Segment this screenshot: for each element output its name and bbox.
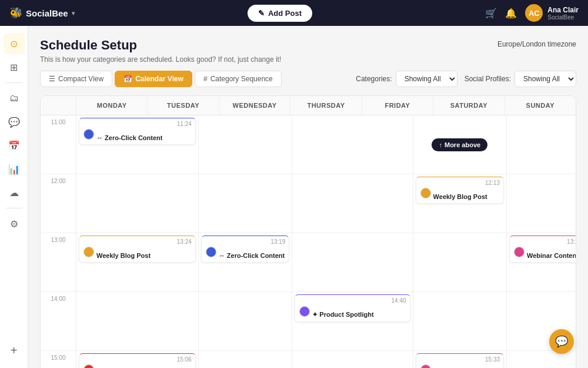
toolbar: ☰ Compact View 📅 Calendar View # Categor… [40, 71, 576, 87]
brand-name: SocialBee [26, 8, 68, 18]
event-avatar [299, 306, 310, 317]
settings-icon: ⚙ [10, 218, 18, 230]
tab-compact-view[interactable]: ☰ Compact View [40, 71, 112, 87]
event-monday-blog-1300[interactable]: 13:24 Weekly Blog Post [79, 236, 196, 263]
more-above-label: More above [445, 141, 480, 148]
col-tuesday: 13:19 ↔ Zero-Click Content 15:40 [198, 115, 292, 368]
event-time: 12:13 [485, 180, 500, 186]
monday-1200 [76, 174, 198, 233]
event-monday-zero-click-1100[interactable]: 11:24 ↔ Zero-Click Content [79, 118, 196, 145]
tuesday-1300: 13:19 ↔ Zero-Click Content [199, 233, 292, 292]
add-post-button-container: ✎ Add Post [248, 5, 312, 22]
event-time: 13:19 [270, 238, 285, 245]
page-header: Schedule Setup This is how your categori… [40, 38, 576, 64]
more-above-button[interactable]: ↑ More above [432, 138, 487, 151]
col-wednesday: 14:40 ✦ Product Spotlight 16:07 ↑ Busine… [292, 115, 412, 368]
event-monday-small-biz-1500[interactable]: 15:06 ↑ Small business social medi... [79, 353, 196, 368]
event-wednesday-spotlight-1400[interactable]: 14:40 ✦ Product Spotlight [295, 294, 410, 322]
event-time: 11:24 [177, 121, 192, 127]
header-friday: FRIDAY [362, 96, 433, 115]
chat-button[interactable]: 💬 [549, 329, 574, 354]
add-post-button[interactable]: ✎ Add Post [248, 5, 312, 22]
header-sunday: SUNDAY [505, 96, 576, 115]
user-menu[interactable]: AC Ana Clair SocialBee [525, 4, 579, 22]
calendar-icon: 📅 [8, 140, 20, 151]
page-title: Schedule Setup [40, 38, 281, 53]
chat-icon: 💬 [8, 117, 20, 128]
thursday-1500: 15:33 Webinar Content [413, 351, 506, 368]
wednesday-1200 [292, 174, 412, 233]
wednesday-1400: 14:40 ✦ Product Spotlight [292, 292, 412, 351]
folder-icon: 🗂 [9, 93, 19, 104]
thursday-1300 [413, 233, 506, 292]
user-initials: AC [529, 9, 540, 18]
event-tuesday-zero-click-1300[interactable]: 13:19 ↔ Zero-Click Content [201, 236, 289, 263]
user-sub: SocialBee [547, 14, 579, 21]
grid-icon: ⊞ [10, 62, 18, 73]
sidebar-item-cloud[interactable]: ☁ [4, 182, 25, 203]
event-time: 13:27 [567, 238, 576, 245]
monday-1100: 11:24 ↔ Zero-Click Content [76, 115, 198, 174]
thursday-1400 [413, 292, 506, 351]
home-icon: ⊙ [10, 38, 18, 49]
sidebar-item-grid[interactable]: ⊞ [4, 57, 25, 78]
header-saturday: SATURDAY [433, 96, 504, 115]
categories-filter: Categories: Showing All [356, 71, 457, 87]
event-avatar [514, 247, 524, 257]
add-post-label: Add Post [268, 9, 302, 18]
event-title: Webinar Content [527, 252, 576, 259]
tab-calendar-view[interactable]: 📅 Calendar View [115, 71, 192, 87]
compact-view-icon: ☰ [49, 75, 55, 83]
event-title: ↔ Zero-Click Content [96, 134, 162, 141]
event-title: ✦ Product Spotlight [312, 311, 373, 319]
bell-icon[interactable]: 🔔 [505, 8, 517, 19]
profiles-filter: Social Profiles: Showing All [465, 71, 576, 87]
time-1400: 14:00 [41, 292, 76, 351]
tuesday-1200 [199, 174, 292, 233]
event-title: ↔ Zero-Click Content [219, 252, 285, 259]
nav-right: 🛒 🔔 AC Ana Clair SocialBee [485, 4, 579, 22]
header-monday: MONDAY [76, 96, 147, 115]
time-header [41, 96, 76, 115]
calendar-header: MONDAY TUESDAY WEDNESDAY THURSDAY FRIDAY… [41, 96, 576, 115]
wednesday-1100 [292, 115, 412, 174]
sidebar-divider-1 [6, 82, 22, 83]
profiles-label: Social Profiles: [465, 75, 511, 83]
cart-icon[interactable]: 🛒 [485, 8, 497, 19]
event-thursday-blog-1200[interactable]: 12:13 Weekly Blog Post [416, 177, 504, 204]
event-time: 14:40 [392, 297, 406, 304]
sidebar-item-schedule[interactable]: 📅 [4, 135, 25, 156]
header-thursday: THURSDAY [290, 96, 361, 115]
categories-select[interactable]: Showing All [396, 71, 457, 87]
tab-category-sequence[interactable]: # Category Sequence [195, 71, 282, 87]
event-time: 15:33 [485, 356, 500, 363]
event-friday-webinar-1300[interactable]: 13:27 Webinar Content [509, 236, 576, 263]
time-1200: 12:00 [41, 174, 76, 233]
wednesday-1500 [292, 351, 412, 368]
event-time: 15:06 [177, 356, 192, 363]
brand-chevron-icon: ▾ [72, 10, 75, 16]
event-avatar [420, 364, 431, 368]
event-thursday-webinar-1500[interactable]: 15:33 Webinar Content [416, 353, 504, 368]
sequence-view-icon: # [203, 75, 208, 83]
sidebar-item-add[interactable]: + [4, 340, 25, 361]
sidebar-item-home[interactable]: ⊙ [4, 33, 25, 54]
sidebar-item-folder[interactable]: 🗂 [4, 88, 25, 109]
event-avatar [83, 364, 94, 368]
calendar-view-icon: 📅 [123, 75, 132, 83]
event-avatar [83, 247, 94, 257]
sidebar-item-settings[interactable]: ⚙ [4, 213, 25, 234]
sidebar-item-chat[interactable]: 💬 [4, 111, 25, 132]
user-details: Ana Clair SocialBee [547, 6, 579, 21]
nav-left: 🐝 SocialBee ▾ [9, 6, 75, 19]
plus-icon: + [11, 344, 18, 357]
brand-logo[interactable]: 🐝 SocialBee ▾ [9, 6, 75, 19]
sidebar-divider-2 [6, 208, 22, 208]
calendar-body: 11:00 12:00 13:00 14:00 15:00 16:00 17:0… [41, 115, 576, 368]
monday-1500: 15:06 ↑ Small business social medi... [76, 351, 198, 368]
sidebar-item-chart[interactable]: 📊 [4, 158, 25, 180]
time-1300: 13:00 [41, 233, 76, 292]
compact-view-label: Compact View [58, 75, 103, 83]
profiles-select[interactable]: Showing All [514, 71, 576, 87]
calendar-view-label: Calendar View [135, 75, 183, 83]
